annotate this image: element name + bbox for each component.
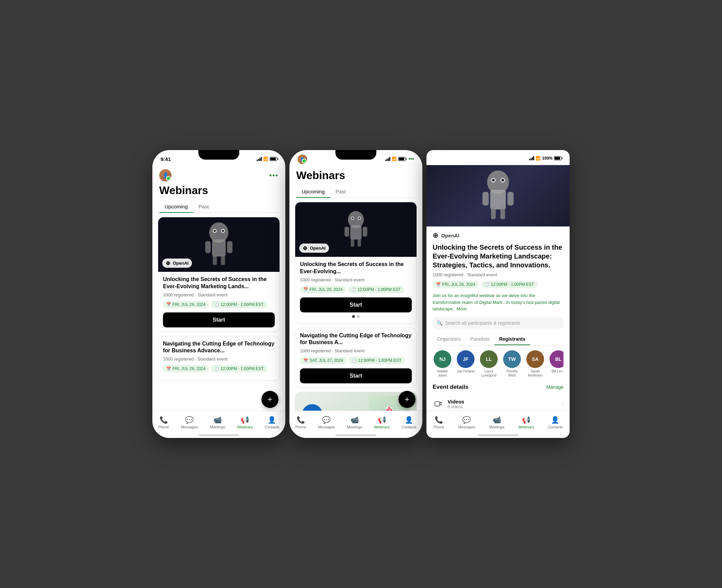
- nav-phone-left[interactable]: 📞 Phone: [158, 416, 169, 429]
- webinar-card-1-middle[interactable]: ⊕ OpenAI Unlocking the Secrets of Succes…: [295, 202, 417, 324]
- svg-point-14: [359, 217, 360, 219]
- tab-past-middle[interactable]: Past: [330, 186, 351, 198]
- person-tw[interactable]: TW Timothy West: [502, 350, 522, 378]
- tab-upcoming-left[interactable]: Upcoming: [159, 201, 193, 213]
- avatar-left[interactable]: 👤: [159, 169, 171, 181]
- svg-rect-28: [491, 207, 496, 219]
- svg-rect-25: [490, 190, 506, 209]
- nav-phone-right[interactable]: 📞 Phone: [433, 416, 444, 429]
- more-menu-left[interactable]: •••: [269, 172, 279, 179]
- svg-point-3: [214, 230, 216, 232]
- signal-icon-left: [257, 157, 262, 161]
- tab-past-left[interactable]: Past: [193, 201, 214, 213]
- tab-upcoming-middle[interactable]: Upcoming: [296, 186, 330, 198]
- status-icons-left: 📶: [257, 157, 277, 161]
- more-dots-middle[interactable]: •••: [408, 156, 414, 162]
- bottom-nav-right: 📞 Phone 💬 Messages 📹 Meetings 📢 Webinars…: [426, 411, 570, 438]
- nav-messages-right[interactable]: 💬 Messages: [458, 416, 475, 429]
- nav-phone-middle[interactable]: 📞 Phone: [295, 416, 306, 429]
- name-ll: Laura Lovegood: [479, 369, 499, 378]
- fab-left[interactable]: +: [261, 391, 279, 408]
- nav-contacts-right[interactable]: 👤 Contacts: [548, 416, 562, 429]
- avatar-middle-status[interactable]: 👤: [298, 155, 307, 164]
- card-title-2-middle: Navigating the Cutting Edge of Technolog…: [300, 332, 412, 347]
- contacts-icon-left: 👤: [268, 416, 276, 424]
- detail-brand-right: ⊕ OpenAI: [433, 231, 563, 239]
- time-tag-2-middle: 🕐 12:00PM - 1:00PM EST: [349, 357, 405, 364]
- svg-rect-17: [363, 227, 367, 237]
- detail-title-right: Unlocking the Secrets of Success in the …: [433, 243, 563, 269]
- person-jf[interactable]: JF Joe Finland: [456, 350, 476, 378]
- svg-rect-9: [221, 255, 225, 265]
- nav-contacts-left[interactable]: 👤 Contacts: [265, 416, 279, 429]
- person-sa[interactable]: SA Sarah Anderson: [525, 350, 545, 378]
- date-tag-1-left: 📅 FRI, JUL 26, 2024: [163, 301, 209, 308]
- nav-webinars-left[interactable]: 📢 Webinars: [237, 416, 253, 429]
- nav-messages-left[interactable]: 💬 Messages: [181, 416, 198, 429]
- webinar-card-1-left[interactable]: ⊕ OpenAI Unlocking the Secrets of Succes…: [158, 217, 280, 332]
- screen-content-left[interactable]: 👤 ••• Webinars Upcoming Past: [152, 165, 285, 416]
- card-body-2-middle: Navigating the Cutting Edge of Technolog…: [295, 328, 417, 388]
- date-tag-2-middle: 📅 SAT, JUL 27, 2024: [300, 357, 347, 364]
- webinar-card-2-left[interactable]: Navigating the Cutting Edge of Technolog…: [158, 336, 280, 381]
- screen-content-middle[interactable]: Webinars Upcoming Past: [289, 165, 422, 416]
- status-time-left: 9:41: [161, 156, 171, 162]
- fab-middle[interactable]: +: [398, 391, 416, 408]
- detail-tags-right: 📅 FRI, JUL 26, 2024 🕐 12:00PM - 1:00PM E…: [433, 281, 563, 288]
- tab-panelists-right[interactable]: Panelists: [465, 334, 494, 345]
- webinars-icon-right: 📢: [522, 416, 530, 424]
- signal-icon-middle: [385, 157, 390, 161]
- nav-webinars-right[interactable]: 📢 Webinars: [518, 416, 534, 429]
- webinar-card-2-middle[interactable]: Navigating the Cutting Edge of Technolog…: [295, 328, 417, 388]
- nav-meetings-middle[interactable]: 📹 Meetings: [347, 416, 362, 429]
- person-ll[interactable]: LL Laura Lovegood: [479, 350, 499, 378]
- home-indicator-right: [478, 435, 518, 436]
- person-bl[interactable]: BL Bill Lev...: [548, 350, 563, 378]
- date-tag-2-left: 📅 FRI, JUL 26, 2024: [163, 365, 209, 372]
- start-btn-1-middle[interactable]: Start: [300, 297, 412, 312]
- nav-meetings-right[interactable]: 📹 Meetings: [489, 416, 505, 429]
- meetings-icon-right: 📹: [493, 416, 501, 424]
- wifi-icon-left: 📶: [263, 157, 268, 161]
- avatar-ll: LL: [480, 350, 498, 368]
- nav-meetings-left[interactable]: 📹 Meetings: [210, 416, 225, 429]
- card-meta-1-left: 1000 registered · Standard event: [163, 292, 275, 297]
- more-link-right[interactable]: More: [456, 306, 467, 311]
- search-bar-right[interactable]: 🔍 Search all participants & registrants: [433, 317, 563, 329]
- card-image-1-left: ⊕ OpenAI: [158, 217, 280, 272]
- video-icon: [433, 399, 443, 410]
- page-header-left: 👤 ••• Webinars Upcoming Past: [152, 165, 285, 213]
- page-title-left: Webinars: [159, 184, 279, 197]
- robot-svg-left: [198, 221, 239, 268]
- screens-wrapper: 9:41 📶 👤: [146, 143, 576, 445]
- svg-point-24: [501, 179, 504, 181]
- start-btn-2-middle[interactable]: Start: [300, 368, 412, 383]
- home-indicator-left: [198, 435, 239, 436]
- card-title-2-left: Navigating the Cutting Edge of Technolog…: [163, 340, 275, 355]
- person-nj[interactable]: NJ Natalie Jones: [433, 350, 452, 378]
- tabs-row-left: Upcoming Past: [159, 201, 279, 213]
- tab-organizers-right[interactable]: Organizers: [433, 334, 465, 345]
- battery-icon-right: [554, 156, 561, 160]
- avatar-sa: SA: [526, 350, 544, 368]
- signal-icon-right: [529, 156, 534, 160]
- svg-point-13: [352, 217, 354, 219]
- tabs-row-middle: Upcoming Past: [296, 186, 416, 198]
- messages-icon-middle: 💬: [322, 416, 331, 424]
- card-meta-2-middle: 1000 registered · Standard event: [300, 348, 412, 353]
- screen-content-right[interactable]: ⊕ OpenAI Unlocking the Secrets of Succes…: [426, 165, 570, 416]
- page-header-middle: Webinars Upcoming Past: [289, 165, 422, 198]
- card-title-1-left: Unlocking the Secrets of Success in the …: [163, 276, 275, 290]
- phone-right: 📶 100%: [426, 150, 570, 438]
- name-bl: Bill Lev...: [552, 369, 563, 373]
- card-meta-2-left: 1000 registered · Standard event: [163, 356, 275, 362]
- nav-messages-middle[interactable]: 💬 Messages: [318, 416, 335, 429]
- card-title-1-middle: Unlocking the Secrets of Success in the …: [300, 261, 412, 275]
- start-btn-1-left[interactable]: Start: [163, 312, 275, 327]
- nav-webinars-middle[interactable]: 📢 Webinars: [374, 416, 390, 429]
- battery-percent-right: 100%: [542, 156, 553, 161]
- tab-registrants-right[interactable]: Registrants: [494, 334, 530, 345]
- header-row-left: 👤 •••: [159, 169, 279, 181]
- nav-contacts-middle[interactable]: 👤 Contacts: [402, 416, 416, 429]
- manage-link-right[interactable]: Manage: [546, 384, 563, 390]
